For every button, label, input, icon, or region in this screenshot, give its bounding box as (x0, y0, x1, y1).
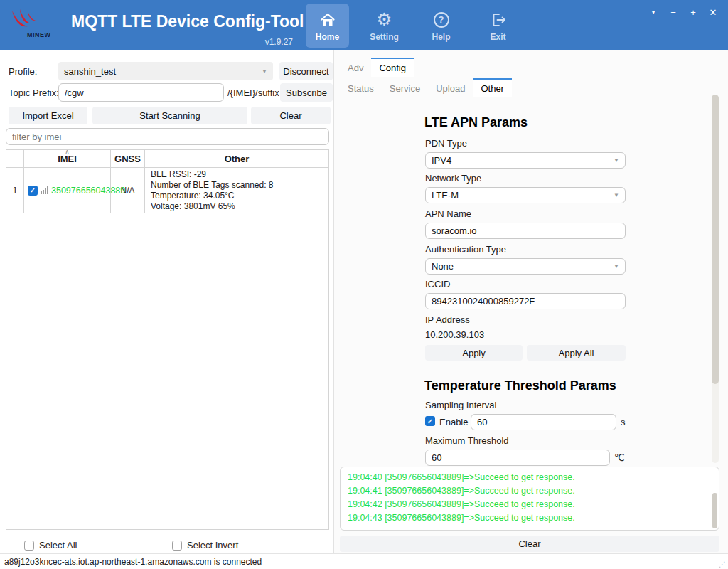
nav-help-button[interactable]: ? Help (419, 4, 463, 48)
app-title: MQTT LTE Device Config-Tool (71, 12, 304, 31)
logo-text: MINEW (27, 31, 51, 38)
import-excel-button[interactable]: Import Excel (9, 107, 87, 124)
gear-icon: ⚙ (376, 10, 392, 30)
network-type-label: Network Type (425, 173, 481, 184)
chevron-down-icon: ▼ (614, 192, 619, 198)
window-controls: ▾ − + ✕ (647, 6, 719, 18)
top-tab-bar: Adv Config (340, 58, 414, 77)
close-icon[interactable]: ✕ (707, 6, 719, 18)
header-gnss[interactable]: GNSS (111, 150, 145, 167)
chevron-down-icon: ▼ (614, 157, 619, 164)
minew-logo: MINEW (9, 7, 70, 44)
header-row-number (6, 150, 24, 167)
start-scanning-button[interactable]: Start Scanning (92, 107, 247, 124)
iccid-label: ICCID (425, 279, 450, 289)
row-other-cell: BLE RSSI: -29 Number of BLE Tags scanned… (145, 168, 328, 213)
sampling-interval-label: Sampling Interval (425, 400, 496, 410)
app-version: v1.9.27 (235, 37, 293, 47)
topic-prefix-input[interactable] (58, 83, 224, 102)
tab-service[interactable]: Service (382, 78, 428, 97)
enable-checkbox[interactable]: ✓ (425, 416, 435, 426)
log-output[interactable]: 19:04:40 [350976656043889]=>Succeed to g… (340, 467, 719, 531)
select-all-checkbox[interactable] (24, 541, 34, 551)
profile-label: Profile: (9, 66, 37, 77)
apply-all-button[interactable]: Apply All (527, 345, 626, 361)
nav-setting-button[interactable]: ⚙ Setting (363, 4, 406, 48)
config-panel: Adv Config Status Service Upload Other L… (334, 50, 728, 553)
resize-grip-icon[interactable]: ⋰ (719, 560, 726, 568)
nav-help-label: Help (432, 32, 450, 42)
pdn-type-select[interactable]: IPV4 ▼ (425, 152, 626, 169)
sort-asc-icon: ∧ (65, 149, 70, 155)
chevron-down-icon: ▼ (614, 263, 619, 270)
apn-section-title: LTE APN Params (424, 115, 528, 130)
stay-on-top-icon[interactable]: ▾ (647, 6, 660, 18)
interval-unit: s (621, 417, 626, 427)
temperature-section-title: Temperature Threshold Params (424, 378, 616, 393)
row-other-line: Number of BLE Tags scanned: 8 (151, 180, 274, 191)
signal-strength-icon (41, 186, 48, 194)
pdn-type-label: PDN Type (425, 138, 467, 149)
auth-type-label: Authentication Type (425, 244, 506, 255)
select-all-control[interactable]: Select All (24, 540, 77, 551)
ip-address-label: IP Address (425, 314, 470, 325)
iccid-input[interactable] (425, 293, 626, 309)
chevron-down-icon: ▼ (262, 68, 267, 75)
select-invert-checkbox[interactable] (172, 541, 182, 551)
title-bar: MINEW MQTT LTE Device Config-Tool v1.9.2… (0, 0, 728, 50)
topic-suffix-hint: /{IMEI}/suffix (228, 87, 279, 98)
tab-adv[interactable]: Adv (340, 58, 371, 77)
network-type-value: LTE-M (432, 190, 459, 201)
max-threshold-label: Maximum Threshold (425, 435, 509, 446)
row-imei-value: 350976656043889 (51, 186, 125, 196)
nav-exit-button[interactable]: Exit (476, 4, 520, 48)
apply-button[interactable]: Apply (425, 345, 523, 361)
network-type-select[interactable]: LTE-M ▼ (425, 187, 626, 203)
row-other-line: Voltage: 3801mV 65% (151, 201, 235, 212)
tab-config[interactable]: Config (371, 58, 414, 77)
select-invert-control[interactable]: Select Invert (172, 540, 238, 551)
device-panel: Profile: sanshin_test ▼ Disconnect Topic… (0, 50, 334, 553)
sampling-interval-input[interactable] (471, 414, 616, 430)
header-other[interactable]: Other (145, 150, 328, 167)
max-threshold-unit: ℃ (614, 452, 625, 463)
maximize-icon[interactable]: + (687, 6, 700, 18)
header-imei[interactable]: ∧ IMEI (24, 150, 111, 167)
clear-log-button[interactable]: Clear (340, 536, 719, 552)
minimize-icon[interactable]: − (667, 6, 680, 18)
row-number: 1 (6, 168, 24, 213)
profile-select[interactable]: sanshin_test ▼ (58, 62, 273, 80)
row-other-line: BLE RSSI: -29 (151, 169, 206, 180)
log-scrollbar-thumb[interactable] (712, 493, 717, 528)
tab-status[interactable]: Status (340, 78, 382, 97)
disconnect-button[interactable]: Disconnect (279, 62, 333, 80)
table-row[interactable]: 1 ✓ 350976656043889 N/A BLE RSSI: -29 Nu… (6, 168, 328, 213)
row-checkbox[interactable]: ✓ (28, 186, 38, 196)
nav-home-button[interactable]: Home (306, 4, 349, 48)
auth-type-select[interactable]: None ▼ (425, 258, 626, 275)
device-table: ∧ IMEI GNSS Other 1 ✓ 350976656043889 N/… (6, 149, 329, 530)
apn-name-input[interactable] (425, 223, 626, 239)
ip-address-value: 10.200.39.103 (425, 329, 484, 340)
home-icon (319, 10, 336, 30)
status-bar: a89j12o3kncec-ats.iot.ap-northeast-1.ama… (0, 553, 728, 569)
imei-filter-input[interactable] (6, 128, 329, 145)
log-line: 19:04:42 [350976656043889]=>Succeed to g… (348, 498, 712, 511)
nav-home-label: Home (316, 32, 339, 42)
select-invert-label: Select Invert (187, 540, 238, 551)
tab-other[interactable]: Other (473, 78, 512, 97)
config-scrollbar-thumb[interactable] (712, 95, 719, 384)
row-other-line: Temperature: 34.05°C (151, 191, 235, 201)
config-scrollbar[interactable] (712, 95, 719, 463)
pdn-type-value: IPV4 (432, 155, 451, 166)
subscribe-button[interactable]: Subscribe (280, 83, 333, 102)
tab-upload[interactable]: Upload (428, 78, 473, 97)
config-sub-tab-bar: Status Service Upload Other (340, 78, 512, 97)
help-icon: ? (434, 10, 449, 30)
max-threshold-input[interactable] (425, 450, 610, 466)
clear-devices-button[interactable]: Clear (251, 107, 331, 124)
profile-value: sanshin_test (64, 66, 116, 77)
main-nav: Home ⚙ Setting ? Help Exit (306, 4, 520, 48)
device-table-header: ∧ IMEI GNSS Other (6, 150, 328, 168)
connection-status-text: a89j12o3kncec-ats.iot.ap-northeast-1.ama… (4, 557, 262, 567)
